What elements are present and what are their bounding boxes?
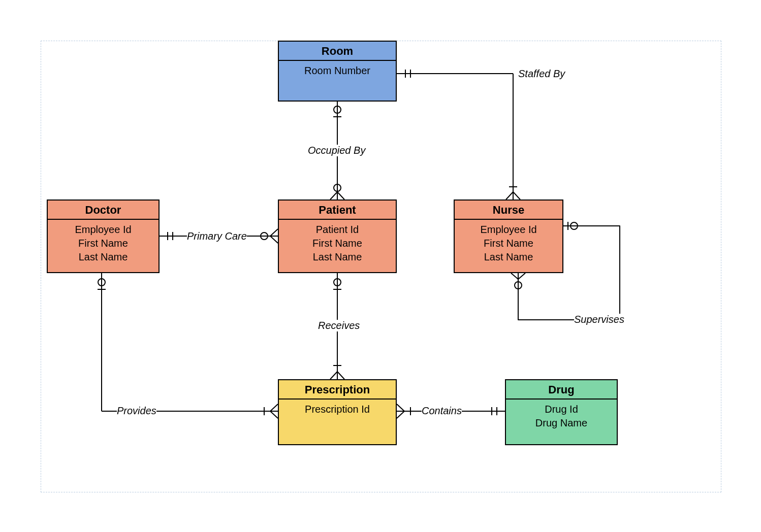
entity-patient-attrs: Patient Id First Name Last Name xyxy=(279,220,396,269)
entity-drug[interactable]: Drug Drug Id Drug Name xyxy=(505,379,618,445)
entity-prescription-attrs: Prescription Id xyxy=(279,400,396,421)
label-occupied-by: Occupied By xyxy=(308,145,365,156)
entity-drug-title: Drug xyxy=(506,380,617,400)
entity-doctor[interactable]: Doctor Employee Id First Name Last Name xyxy=(47,200,160,273)
label-contains: Contains xyxy=(422,405,462,417)
label-staffed-by: Staffed By xyxy=(518,68,565,80)
entity-room-attrs: Room Number xyxy=(279,61,396,83)
entity-nurse[interactable]: Nurse Employee Id First Name Last Name xyxy=(454,200,563,273)
entity-room-title: Room xyxy=(279,42,396,61)
label-supervises: Supervises xyxy=(574,314,624,325)
entity-doctor-attrs: Employee Id First Name Last Name xyxy=(48,220,158,269)
entity-drug-attrs: Drug Id Drug Name xyxy=(506,400,617,435)
entity-nurse-attrs: Employee Id First Name Last Name xyxy=(455,220,562,269)
entity-prescription[interactable]: Prescription Prescription Id xyxy=(278,379,397,445)
entity-prescription-title: Prescription xyxy=(279,380,396,400)
entity-nurse-title: Nurse xyxy=(455,201,562,220)
entity-room[interactable]: Room Room Number xyxy=(278,41,397,102)
label-receives: Receives xyxy=(318,320,360,331)
label-primary-care: Primary Care xyxy=(187,230,247,242)
label-provides: Provides xyxy=(117,405,156,417)
entity-patient-title: Patient xyxy=(279,201,396,220)
entity-patient[interactable]: Patient Patient Id First Name Last Name xyxy=(278,200,397,273)
entity-doctor-title: Doctor xyxy=(48,201,158,220)
